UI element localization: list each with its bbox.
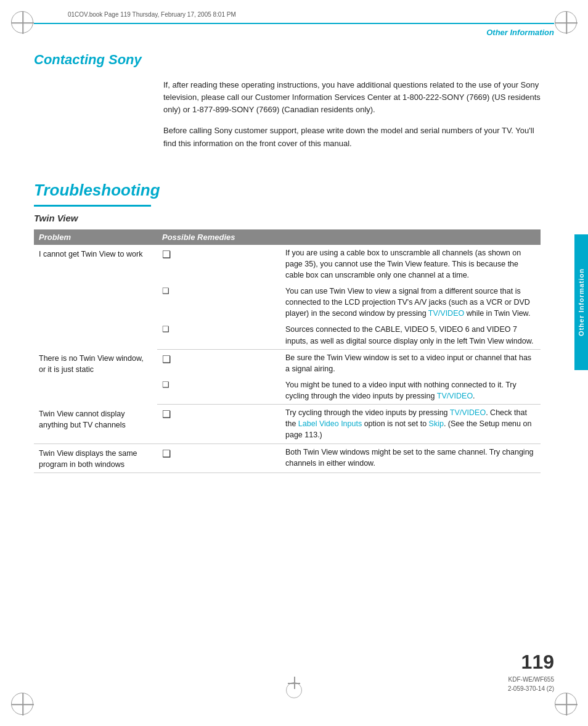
bullet: ❑	[157, 283, 280, 321]
remedy-text: Sources connected to the CABLE, VIDEO 5,…	[280, 321, 541, 349]
problem-cell: I cannot get Twin View to work	[34, 245, 157, 350]
table-row: I cannot get Twin View to work ❑ If you …	[34, 245, 541, 283]
tv-video-link2: TV/VIDEO	[437, 392, 473, 400]
remedy-text: If you are using a cable box to unscramb…	[280, 245, 541, 283]
contacting-sony-p1: If, after reading these operating instru…	[163, 79, 541, 116]
tv-video-link: TV/VIDEO	[428, 309, 464, 318]
model-info-line1: KDF-WE/WF655	[508, 676, 554, 683]
remedy-text: Try cycling through the video inputs by …	[280, 405, 541, 443]
contacting-sony-title: Contacting Sony	[34, 52, 541, 68]
bullet: ❑	[157, 245, 280, 283]
skip-link: Skip	[429, 419, 444, 428]
section-header-right: Other Information	[0, 28, 588, 37]
model-info-line2: 2-059-370-14 (2)	[508, 685, 554, 692]
remedy-text: Be sure the Twin View window is set to a…	[280, 349, 541, 377]
troubleshooting-table: Problem Possible Remedies I cannot get T…	[34, 229, 541, 473]
remedy-text: Both Twin View windows might be set to t…	[280, 443, 541, 472]
page-footer: 119 KDF-WE/WF655 2-059-370-14 (2)	[508, 651, 554, 692]
bullet: ❑	[157, 443, 280, 472]
twin-view-subtitle: Twin View	[34, 213, 541, 223]
file-info: 01COV.book Page 119 Thursday, February 1…	[68, 11, 554, 18]
corner-cross-bl	[12, 693, 34, 716]
contacting-sony-p2: Before calling Sony customer support, pl…	[163, 125, 541, 149]
side-tab: Other Information	[574, 234, 588, 370]
remedy-text: You might be tuned to a video input with…	[280, 377, 541, 405]
top-header: 01COV.book Page 119 Thursday, February 1…	[0, 0, 588, 18]
problem-cell: There is no Twin View window, or it is j…	[34, 349, 157, 405]
subsection-rule	[34, 205, 151, 207]
table-row: Twin View displays the same program in b…	[34, 443, 541, 472]
table-row: There is no Twin View window, or it is j…	[34, 349, 541, 377]
troubleshooting-title: Troubleshooting	[34, 181, 541, 200]
bullet: ❑	[157, 349, 280, 377]
bullet: ❑	[157, 405, 280, 443]
corner-cross-br	[555, 693, 578, 716]
tv-video-link3: TV/VIDEO	[450, 408, 486, 417]
problem-cell: Twin View cannot display anything but TV…	[34, 405, 157, 443]
table-header-row: Problem Possible Remedies	[34, 229, 541, 245]
contacting-sony-text: If, after reading these operating instru…	[163, 79, 541, 159]
main-content: Contacting Sony If, after reading these …	[0, 52, 574, 473]
corner-mark-br	[555, 693, 577, 715]
contacting-sony-body: If, after reading these operating instru…	[34, 79, 541, 159]
bullet: ❑	[157, 377, 280, 405]
header-rule	[34, 23, 554, 24]
bottom-crosshair	[288, 677, 300, 689]
corner-mark-bl	[11, 693, 33, 715]
col-header-problem: Problem	[34, 229, 157, 245]
col-header-remedies: Possible Remedies	[157, 229, 541, 245]
side-tab-label: Other Information	[578, 268, 585, 336]
remedy-text: You can use Twin View to view a signal f…	[280, 283, 541, 321]
bullet: ❑	[157, 321, 280, 349]
table-row: Twin View cannot display anything but TV…	[34, 405, 541, 443]
page-number: 119	[508, 651, 554, 674]
section-left-spacer	[34, 79, 163, 159]
problem-cell: Twin View displays the same program in b…	[34, 443, 157, 472]
label-video-link: Label Video Inputs	[298, 419, 362, 428]
